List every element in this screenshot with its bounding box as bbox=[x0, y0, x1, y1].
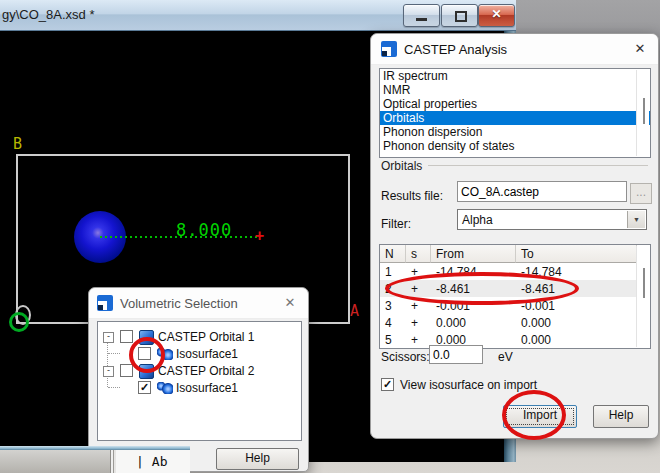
measurement-label: 8.000 bbox=[176, 220, 232, 240]
dialog-titlebar[interactable]: Volumetric Selection ✕ bbox=[89, 288, 308, 319]
scissors-input[interactable] bbox=[429, 345, 483, 364]
cell-n: 2 bbox=[380, 280, 406, 297]
volumetric-selection-dialog: Volumetric Selection ✕ - CASTEP Orbital … bbox=[88, 287, 309, 472]
list-scrollbar[interactable] bbox=[636, 70, 649, 156]
close-button[interactable]: ✕ bbox=[478, 4, 515, 27]
bottom-toolbar: | Ab bbox=[0, 446, 190, 473]
filter-selected-value: Alpha bbox=[462, 213, 493, 227]
cell-to: 0.000 bbox=[516, 331, 637, 348]
castep-analysis-dialog: CASTEP Analysis ✕ IR spectrum NMR Optica… bbox=[370, 33, 659, 439]
dialog-title: CASTEP Analysis bbox=[404, 42, 507, 57]
text-tool-segment[interactable]: | Ab bbox=[116, 450, 190, 473]
isosurface-1-checkbox[interactable] bbox=[138, 347, 151, 360]
cell-s: + bbox=[406, 331, 431, 348]
help-button[interactable]: Help bbox=[216, 448, 299, 470]
axis-label-a: A bbox=[350, 302, 359, 320]
cell-to: -8.461 bbox=[516, 280, 637, 297]
cell-n: 3 bbox=[380, 297, 406, 314]
list-item-phonon-dispersion[interactable]: Phonon dispersion bbox=[380, 125, 650, 139]
orbital-2-checkbox[interactable] bbox=[120, 364, 133, 377]
table-scrollbar[interactable] bbox=[636, 246, 649, 347]
filter-dropdown[interactable]: Alpha ▼ bbox=[457, 209, 647, 230]
isosurface-2-checkbox[interactable]: ✓ bbox=[138, 381, 151, 394]
status-segment bbox=[0, 450, 111, 473]
ab-tool-label: Ab bbox=[152, 454, 168, 469]
view-isosurface-label: View isosurface on import bbox=[400, 378, 537, 392]
tree-item-isosurface-2[interactable]: ✓ Isosurface1 bbox=[98, 379, 301, 396]
dialog-titlebar[interactable]: CASTEP Analysis ✕ bbox=[371, 34, 658, 65]
minimize-icon bbox=[416, 18, 427, 21]
results-file-label: Results file: bbox=[381, 189, 443, 203]
minimize-button[interactable] bbox=[403, 4, 440, 27]
orbitals-table: N s From To 1 + -14.784 -14.784 2 + -8.4… bbox=[379, 244, 651, 349]
cell-from: 0.000 bbox=[431, 314, 516, 331]
scrollbar-thumb[interactable] bbox=[643, 98, 645, 124]
cell-s: + bbox=[406, 297, 431, 314]
screen: gy\CO_8A.xsd * ✕ B A 8.000 + bbox=[0, 0, 660, 473]
scissors-label: Scissors: bbox=[381, 350, 430, 364]
cube-icon bbox=[139, 330, 154, 345]
table-row[interactable]: 3 + -0.001 -0.001 bbox=[380, 297, 637, 314]
table-header-row: N s From To bbox=[380, 245, 637, 263]
cell-to: 0.000 bbox=[516, 314, 637, 331]
restore-icon bbox=[455, 11, 467, 22]
titlebar[interactable]: gy\CO_8A.xsd * ✕ bbox=[0, 0, 516, 31]
table-header-n[interactable]: N bbox=[380, 245, 406, 263]
window-title: gy\CO_8A.xsd * bbox=[2, 7, 95, 22]
view-isosurface-checkbox[interactable]: ✓ bbox=[381, 378, 394, 391]
cell-n: 1 bbox=[380, 263, 406, 280]
materials-studio-icon bbox=[381, 41, 397, 57]
tree-label[interactable]: Isosurface1 bbox=[176, 381, 238, 395]
list-item-orbitals[interactable]: Orbitals bbox=[380, 111, 650, 125]
text-cursor-icon: | bbox=[136, 454, 144, 469]
volumetric-tree: - CASTEP Orbital 1 Isosurface1 - CASTEP … bbox=[97, 321, 302, 441]
table-header-to[interactable]: To bbox=[516, 245, 637, 263]
cell-from: -14.784 bbox=[431, 263, 516, 280]
group-divider bbox=[428, 165, 648, 166]
cube-icon bbox=[139, 364, 154, 379]
help-button[interactable]: Help bbox=[593, 405, 649, 428]
table-row[interactable]: 1 + -14.784 -14.784 bbox=[380, 263, 637, 280]
list-item-phonon-dos[interactable]: Phonon density of states bbox=[380, 139, 650, 153]
tree-item-orbital-2[interactable]: - CASTEP Orbital 2 bbox=[98, 362, 301, 379]
cell-n: 5 bbox=[380, 331, 406, 348]
orbitals-group-label: Orbitals bbox=[381, 159, 422, 173]
tree-item-isosurface-1[interactable]: Isosurface1 bbox=[98, 345, 301, 362]
analysis-options-list: IR spectrum NMR Optical properties Orbit… bbox=[379, 68, 651, 158]
table-row-selected[interactable]: 2 + -8.461 -8.461 bbox=[380, 280, 637, 297]
cell-s: + bbox=[406, 314, 431, 331]
table-row[interactable]: 4 + 0.000 0.000 bbox=[380, 314, 637, 331]
checkbox-check-icon: ✓ bbox=[140, 381, 149, 393]
measurement-endpoint-icon: + bbox=[255, 227, 264, 245]
list-item-optical-properties[interactable]: Optical properties bbox=[380, 97, 650, 111]
table-header-s[interactable]: s bbox=[406, 245, 431, 263]
table-header-from[interactable]: From bbox=[431, 245, 516, 263]
materials-studio-icon bbox=[97, 295, 113, 311]
import-button[interactable]: Import bbox=[503, 405, 577, 428]
results-file-input[interactable] bbox=[457, 181, 627, 202]
restore-button[interactable] bbox=[441, 4, 478, 27]
list-item-ir-spectrum[interactable]: IR spectrum bbox=[380, 69, 650, 83]
tree-item-orbital-1[interactable]: - CASTEP Orbital 1 bbox=[98, 328, 301, 345]
origin-marker-green bbox=[9, 312, 29, 332]
table-row[interactable]: 5 + 0.000 0.000 bbox=[380, 331, 637, 348]
scrollbar-thumb[interactable] bbox=[643, 268, 645, 298]
chevron-down-icon[interactable]: ▼ bbox=[627, 211, 645, 228]
tree-label[interactable]: Isosurface1 bbox=[176, 347, 238, 361]
browse-button[interactable]: ... bbox=[630, 183, 652, 204]
filter-label: Filter: bbox=[381, 217, 411, 231]
tree-expander-icon[interactable]: - bbox=[103, 366, 114, 377]
orbital-1-checkbox[interactable] bbox=[120, 330, 133, 343]
tree-expander-icon[interactable]: - bbox=[103, 332, 114, 343]
isosurface-icon bbox=[157, 348, 173, 360]
close-icon[interactable]: ✕ bbox=[632, 41, 648, 57]
cell-from: -8.461 bbox=[431, 280, 516, 297]
cell-to: -0.001 bbox=[516, 297, 637, 314]
tree-label[interactable]: CASTEP Orbital 2 bbox=[158, 364, 254, 378]
cell-s: + bbox=[406, 280, 431, 297]
close-icon[interactable]: ✕ bbox=[282, 295, 298, 311]
cell-n: 4 bbox=[380, 314, 406, 331]
tree-label[interactable]: CASTEP Orbital 1 bbox=[158, 330, 254, 344]
axis-label-b: B bbox=[13, 135, 22, 153]
list-item-nmr[interactable]: NMR bbox=[380, 83, 650, 97]
